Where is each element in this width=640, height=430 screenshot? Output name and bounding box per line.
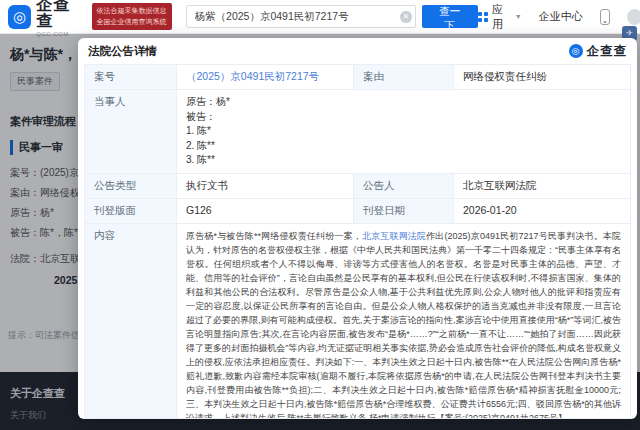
apps-menu[interactable]: 应用 ▼ — [478, 2, 522, 32]
search-box: ✕ 查一下 — [186, 5, 478, 28]
announcer-label: 公告人 — [354, 174, 454, 199]
phone-icon[interactable] — [600, 9, 610, 25]
search-input[interactable] — [186, 5, 416, 28]
promo-badge: 依法合规采集数据信息 全国企业信用查询系统 — [92, 3, 172, 29]
chevron-down-icon: ▼ — [515, 13, 522, 20]
qcc-brand-text: 企查查 — [587, 43, 628, 60]
page: ◎ 企查查 QCC.COM 依法合规采集数据信息 全国企业信用查询系统 ✕ 查一… — [0, 0, 640, 430]
qcc-logo-icon: ◎ — [8, 5, 31, 29]
content-value: 原告杨*与被告陈**网络侵权责任纠纷一案，北京互联网法院作出(2025)京049… — [177, 224, 631, 420]
party-defendant-1: 1. 陈* — [186, 124, 621, 139]
content-prefix: 原告杨*与被告陈**网络侵权责任纠纷一案， — [186, 231, 362, 241]
cause-label: 案由 — [354, 65, 454, 90]
case-no-value: （2025）京0491民初7217号 — [177, 65, 354, 90]
party-defendant-2: 2. 陈** — [186, 139, 621, 154]
qcc-logo[interactable]: ◎ 企查查 QCC.COM — [8, 0, 86, 37]
party-label: 当事人 — [85, 90, 177, 174]
apps-label: 应用 — [492, 2, 511, 32]
search-button[interactable]: 查一下 — [422, 5, 478, 28]
party-plaintiff: 原告：杨* — [186, 95, 621, 110]
modal-title: 法院公告详情 — [88, 44, 157, 59]
case-number-link[interactable]: （2025）京0491民初7217号 — [186, 70, 319, 82]
court-link[interactable]: 北京互联网法院 — [362, 231, 426, 241]
court-announcement-dialog: 法院公告详情 ◎ 企查查 案号 （2025）京0491民初7217号 案由 网络… — [78, 38, 637, 419]
publish-date-value: 2026-01-20 — [454, 199, 631, 224]
qcc-logo-text: 企查查 — [36, 0, 85, 29]
publish-date-label: 刊登日期 — [354, 199, 454, 224]
user-icon[interactable] — [627, 9, 640, 25]
page-label: 刊登版面 — [85, 199, 177, 224]
case-no-label: 案号 — [85, 65, 177, 90]
modal-header: 法院公告详情 ◎ 企查查 — [78, 38, 637, 64]
announcement-table: 案号 （2025）京0491民初7217号 案由 网络侵权责任纠纷 当事人 原告… — [84, 64, 631, 419]
apps-grid-icon — [478, 12, 488, 22]
nav-enterprise-center[interactable]: 企业中心 — [539, 9, 583, 24]
party-value: 原告：杨* 被告： 1. 陈* 2. 陈** 3. 陈** — [177, 90, 631, 174]
search-clear-icon[interactable]: ✕ — [400, 11, 412, 23]
content-body: 作出(2025)京0491民初7217号民事判决书。本院认为，针对原告的名誉权侵… — [186, 231, 621, 420]
cause-value: 网络侵权责任纠纷 — [454, 65, 631, 90]
announcer-value: 北京互联网法院 — [454, 174, 631, 199]
type-value: 执行文书 — [177, 174, 354, 199]
modal-brand: ◎ 企查查 — [569, 43, 628, 60]
top-header: ◎ 企查查 QCC.COM 依法合规采集数据信息 全国企业信用查询系统 ✕ 查一… — [0, 0, 640, 34]
party-defendant-heading: 被告： — [186, 110, 621, 125]
party-defendant-3: 3. 陈** — [186, 153, 621, 168]
content-label: 内容 — [85, 224, 177, 420]
type-label: 公告类型 — [85, 174, 177, 199]
header-nav: 应用 ▼ 企业中心 — [478, 2, 632, 32]
page-value: G126 — [177, 199, 354, 224]
qcc-brand-icon: ◎ — [569, 44, 583, 58]
